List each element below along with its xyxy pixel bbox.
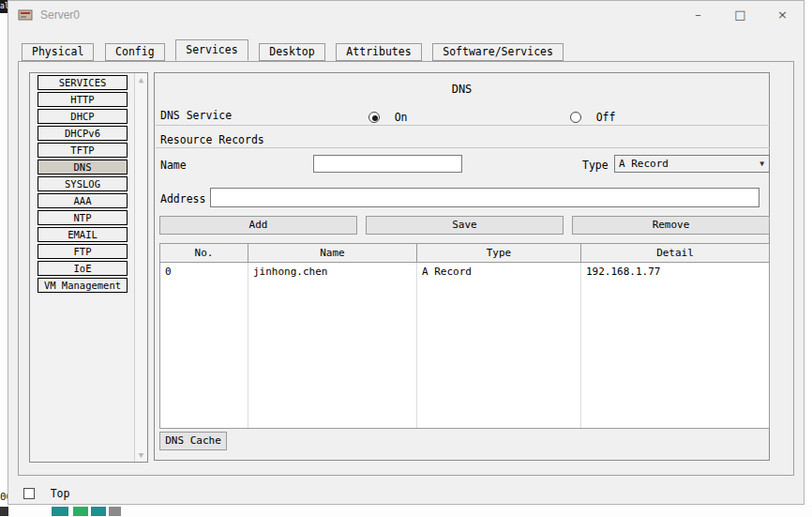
column-header-no[interactable]: No. <box>160 244 248 263</box>
taskbar-icon[interactable] <box>91 507 106 516</box>
dns-cache-button[interactable]: DNS Cache <box>159 432 227 450</box>
tab-desktop[interactable]: Desktop <box>259 43 324 61</box>
panel-title: DNS <box>155 83 769 96</box>
type-dropdown[interactable]: A Record ▼ <box>614 155 770 173</box>
top-checkbox-row[interactable]: Top <box>23 483 69 496</box>
sidebar-item-email[interactable]: EMAIL <box>38 227 128 242</box>
records-table: No. Name Type Detail 0 jinhong.chen A Re… <box>159 243 770 429</box>
sidebar-item-services[interactable]: SERVICES <box>38 75 128 90</box>
save-button[interactable]: Save <box>366 216 564 235</box>
sidebar-item-http[interactable]: HTTP <box>38 92 128 107</box>
sidebar-item-dhcp[interactable]: DHCP <box>38 109 128 124</box>
address-label: Address <box>160 192 205 205</box>
maximize-button[interactable]: □ <box>719 1 761 29</box>
top-checkbox-label: Top <box>51 487 70 500</box>
sidebar-item-aaa[interactable]: AAA <box>38 193 128 208</box>
taskbar <box>0 505 812 517</box>
table-empty-area <box>417 281 581 428</box>
server-device-icon <box>18 8 33 23</box>
table-empty-area <box>581 281 769 428</box>
radio-unselected-icon <box>570 112 581 123</box>
sidebar-item-tftp[interactable]: TFTP <box>38 143 128 158</box>
radio-on-label: On <box>395 111 408 124</box>
services-list: SERVICES HTTP DHCP DHCPv6 TFTP DNS SYSLO… <box>29 72 148 463</box>
scroll-down-icon[interactable]: ▼ <box>135 449 147 461</box>
window-title: Server0 <box>40 8 80 22</box>
minimize-button[interactable]: – <box>677 1 719 29</box>
radio-off-label: Off <box>596 111 616 124</box>
dns-service-panel: DNS DNS Service On Off Resource Records … <box>154 72 770 461</box>
taskbar-icon[interactable] <box>109 507 121 516</box>
taskbar-icon[interactable] <box>73 507 88 516</box>
sidebar-item-dhcpv6[interactable]: DHCPv6 <box>38 126 128 141</box>
name-label: Name <box>160 159 187 172</box>
tab-physical[interactable]: Physical <box>22 43 94 61</box>
tab-services[interactable]: Services <box>175 39 248 61</box>
column-header-type[interactable]: Type <box>417 244 581 263</box>
column-header-name[interactable]: Name <box>248 244 417 263</box>
taskbar-icon[interactable] <box>52 507 68 516</box>
column-header-detail[interactable]: Detail <box>581 244 769 263</box>
tab-bar: Physical Config Services Desktop Attribu… <box>22 39 565 62</box>
title-bar[interactable]: Server0 – □ × <box>8 1 804 29</box>
table-cell-no[interactable]: 0 <box>160 263 248 281</box>
tab-attributes[interactable]: Attributes <box>336 43 421 61</box>
table-cell-name[interactable]: jinhong.chen <box>248 263 417 281</box>
scroll-up-icon[interactable]: ▲ <box>135 74 147 85</box>
close-button[interactable]: × <box>761 1 804 29</box>
taskbar-icon[interactable] <box>0 507 8 516</box>
table-empty-area <box>160 281 248 428</box>
tab-software-services[interactable]: Software/Services <box>432 43 564 61</box>
add-button[interactable]: Add <box>159 216 357 235</box>
sidebar-item-ioe[interactable]: IoE <box>38 261 128 276</box>
address-input[interactable] <box>210 188 759 207</box>
sidebar-item-vm-management[interactable]: VM Management <box>38 278 128 293</box>
top-checkbox[interactable] <box>23 488 35 499</box>
table-cell-type[interactable]: A Record <box>417 263 581 281</box>
dns-off-radio[interactable]: Off <box>570 107 615 120</box>
sidebar-item-dns[interactable]: DNS <box>38 160 128 175</box>
radio-selected-icon <box>368 112 380 123</box>
sidebar-item-syslog[interactable]: SYSLOG <box>38 176 128 191</box>
dns-service-label: DNS Service <box>160 109 232 122</box>
sidebar-item-ftp[interactable]: FTP <box>38 244 128 259</box>
remove-button[interactable]: Remove <box>572 216 770 235</box>
sidebar-item-ntp[interactable]: NTP <box>38 210 128 225</box>
resource-records-label: Resource Records <box>160 133 264 146</box>
chevron-down-icon: ▼ <box>759 156 764 172</box>
type-selected-value: A Record <box>619 158 669 170</box>
type-label: Type <box>582 159 609 172</box>
separator <box>156 147 770 148</box>
separator <box>156 125 770 126</box>
server-window: Server0 – □ × Physical Config Services D… <box>8 0 804 505</box>
name-input[interactable] <box>313 155 462 173</box>
table-empty-area <box>248 281 417 428</box>
table-cell-detail[interactable]: 192.168.1.77 <box>581 263 769 281</box>
tab-config[interactable]: Config <box>105 43 165 61</box>
services-scrollbar[interactable]: ▲ ▼ <box>134 73 147 462</box>
dns-on-radio[interactable]: On <box>368 107 408 120</box>
